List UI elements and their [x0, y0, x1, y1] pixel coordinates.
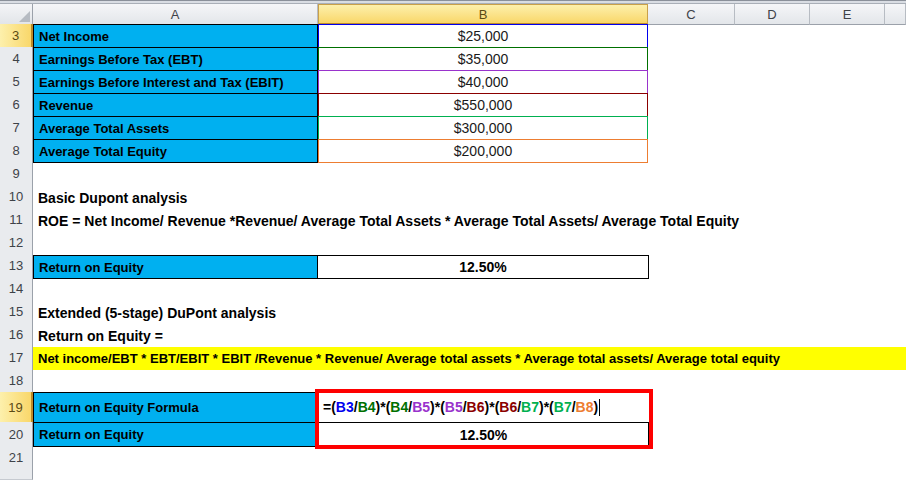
column-header-E[interactable]: E	[810, 4, 885, 25]
cell-A7[interactable]: Average Total Assets	[33, 116, 318, 140]
cell-A20[interactable]: Return on Equity	[33, 422, 318, 447]
cell-A19[interactable]: Return on Equity Formula	[33, 392, 318, 423]
text-cursor	[599, 399, 600, 416]
select-all-triangle-icon	[19, 11, 30, 22]
formula-operator: )*(	[430, 399, 445, 415]
formula-ref-B6: B6	[499, 399, 517, 415]
cell-B4[interactable]: $35,000	[318, 47, 648, 71]
row-header-16[interactable]: 16	[0, 323, 33, 347]
row-header-partial[interactable]	[0, 469, 33, 480]
cell-B20[interactable]: 12.50%	[318, 422, 649, 447]
formula-ref-B6: B6	[467, 399, 485, 415]
formula-ref-B7: B7	[521, 399, 539, 415]
cell-A11-roe-formula-text[interactable]: ROE = Net Income/ Revenue *Revenue/ Aver…	[38, 209, 739, 232]
row-header-9[interactable]: 9	[0, 162, 33, 186]
cell-B19-formula[interactable]: =(B3/B4)*(B4/B5)*(B5/B6)*(B6/B7)*(B7/B8)	[320, 392, 648, 422]
formula-ref-B3: B3	[336, 399, 354, 415]
row-header-17[interactable]: 17	[0, 346, 33, 370]
cell-A16-roe-equals[interactable]: Return on Equity =	[38, 324, 163, 347]
column-header-A[interactable]: A	[33, 4, 318, 25]
row-header-20[interactable]: 20	[0, 422, 33, 447]
row-header-3[interactable]: 3	[0, 24, 33, 48]
row-header-14[interactable]: 14	[0, 277, 33, 301]
spreadsheet: ABCDE 3456789101112131415161718192021 Ne…	[0, 0, 906, 480]
formula-ref-B5: B5	[412, 399, 430, 415]
row-header-21[interactable]: 21	[0, 446, 33, 470]
cell-A17-highlighted-formula[interactable]: Net income/EBT * EBT/EBIT * EBIT /Revenu…	[33, 347, 906, 370]
cell-A5[interactable]: Earnings Before Interest and Tax (EBIT)	[33, 70, 318, 94]
row-header-6[interactable]: 6	[0, 93, 33, 117]
cell-B6[interactable]: $550,000	[318, 93, 648, 117]
formula-ref-B5: B5	[445, 399, 463, 415]
row-header-8[interactable]: 8	[0, 139, 33, 163]
cell-A3[interactable]: Net Income	[33, 24, 318, 48]
row-header-15[interactable]: 15	[0, 300, 33, 324]
row-header-11[interactable]: 11	[0, 208, 33, 232]
formula-operator: )	[593, 399, 598, 415]
cell-A4[interactable]: Earnings Before Tax (EBT)	[33, 47, 318, 71]
row-header-4[interactable]: 4	[0, 47, 33, 71]
row-header-19[interactable]: 19	[0, 392, 33, 423]
formula-operator: )*(	[539, 399, 554, 415]
row-header-12[interactable]: 12	[0, 231, 33, 255]
formula-operator: =(	[323, 399, 336, 415]
row-header-5[interactable]: 5	[0, 70, 33, 94]
formula-ref-B7: B7	[554, 399, 572, 415]
column-header-B[interactable]: B	[318, 4, 648, 25]
row-header-13[interactable]: 13	[0, 254, 33, 278]
column-header-partial[interactable]	[885, 4, 906, 25]
cell-B8[interactable]: $200,000	[318, 139, 648, 163]
cell-B3[interactable]: $25,000	[318, 24, 648, 48]
cell-B13[interactable]: 12.50%	[317, 255, 649, 279]
formula-ref-B4: B4	[358, 399, 376, 415]
cell-A10-basic-title[interactable]: Basic Dupont analysis	[38, 186, 187, 209]
row-header-7[interactable]: 7	[0, 116, 33, 140]
select-all-corner[interactable]	[0, 4, 33, 25]
cell-A15-extended-title[interactable]: Extended (5-stage) DuPont analysis	[38, 301, 276, 324]
row-header-10[interactable]: 10	[0, 185, 33, 209]
formula-operator: )*(	[376, 399, 391, 415]
cell-A13[interactable]: Return on Equity	[33, 255, 318, 279]
column-header-D[interactable]: D	[735, 4, 810, 25]
formula-ref-B4: B4	[390, 399, 408, 415]
cell-A6[interactable]: Revenue	[33, 93, 318, 117]
formula-operator: )*(	[485, 399, 500, 415]
formula-ref-B8: B8	[576, 399, 594, 415]
cell-A8[interactable]: Average Total Equity	[33, 139, 318, 163]
column-header-C[interactable]: C	[648, 4, 735, 25]
row-header-18[interactable]: 18	[0, 369, 33, 393]
cell-B7[interactable]: $300,000	[318, 116, 648, 140]
cell-B5[interactable]: $40,000	[318, 70, 648, 94]
